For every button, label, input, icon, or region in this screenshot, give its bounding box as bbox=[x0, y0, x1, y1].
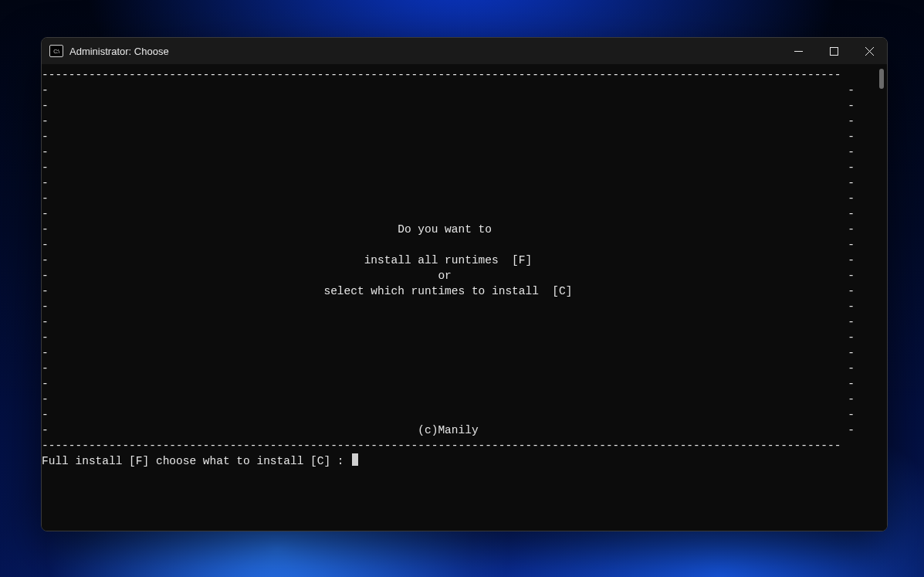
terminal-output[interactable]: ----------------------------------------… bbox=[42, 64, 876, 531]
terminal-window: C:\ Administrator: Choose --------------… bbox=[41, 37, 888, 531]
window-title: Administrator: Choose bbox=[69, 46, 169, 57]
terminal-area[interactable]: ----------------------------------------… bbox=[42, 64, 887, 531]
scrollbar-track[interactable] bbox=[876, 64, 887, 531]
minimize-button[interactable] bbox=[780, 38, 816, 64]
scrollbar-thumb[interactable] bbox=[879, 69, 884, 89]
svg-rect-0 bbox=[830, 47, 838, 55]
input-caret[interactable] bbox=[352, 453, 358, 466]
cmd-icon: C:\ bbox=[49, 45, 63, 57]
titlebar[interactable]: C:\ Administrator: Choose bbox=[42, 38, 887, 64]
close-button[interactable] bbox=[851, 38, 887, 64]
maximize-button[interactable] bbox=[816, 38, 851, 64]
